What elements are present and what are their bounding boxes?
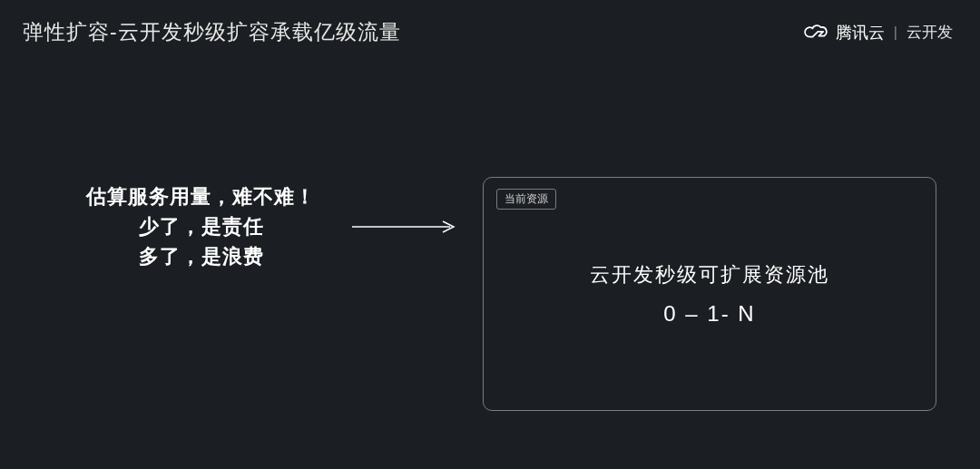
left-text-block: 估算服务用量，难不难！ 少了，是责任 多了，是浪费 xyxy=(86,181,316,271)
tencent-cloud-icon xyxy=(803,23,828,43)
panel-title: 云开发秒级可扩展资源池 xyxy=(590,261,829,288)
panel-body: 云开发秒级可扩展资源池 0 – 1- N xyxy=(484,178,936,410)
left-line-2: 少了，是责任 xyxy=(86,211,316,241)
brand-block: 腾讯云 | 云开发 xyxy=(803,22,953,44)
resource-panel: 当前资源 云开发秒级可扩展资源池 0 – 1- N xyxy=(483,177,936,411)
left-line-1: 估算服务用量，难不难！ xyxy=(86,181,316,211)
brand-main-text: 腾讯云 xyxy=(836,22,885,44)
left-line-3: 多了，是浪费 xyxy=(86,241,316,271)
brand-divider: | xyxy=(894,24,897,41)
slide-content: 估算服务用量，难不难！ 少了，是责任 多了，是浪费 当前资源 云开发秒级可扩展资… xyxy=(0,181,980,271)
brand-sub-text: 云开发 xyxy=(906,22,953,43)
panel-scale: 0 – 1- N xyxy=(663,301,755,327)
arrow-icon xyxy=(352,218,461,236)
slide-header: 弹性扩容-云开发秒级扩容承载亿级流量 腾讯云 | 云开发 xyxy=(0,0,980,46)
slide-title: 弹性扩容-云开发秒级扩容承载亿级流量 xyxy=(23,18,401,46)
